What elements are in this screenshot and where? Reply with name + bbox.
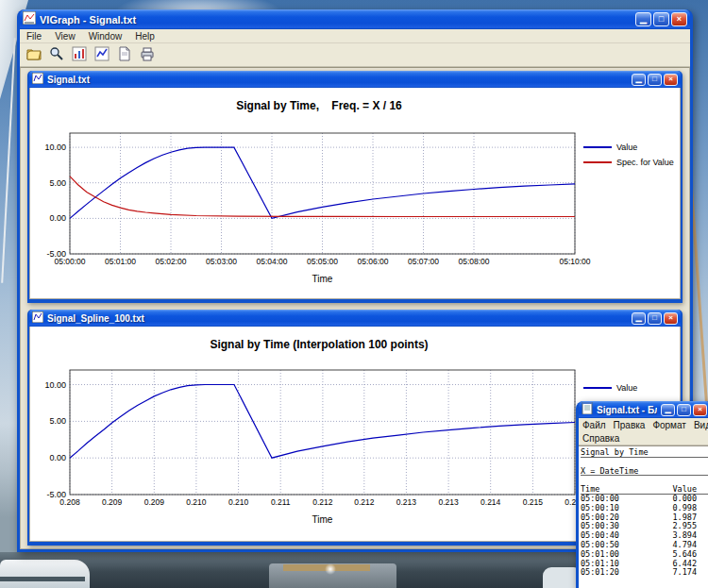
toolbar-print-button[interactable] bbox=[137, 44, 158, 65]
svg-text:0.215: 0.215 bbox=[523, 497, 544, 507]
svg-text:Time: Time bbox=[312, 274, 333, 284]
notepad-icon bbox=[582, 401, 593, 418]
chart-line-icon bbox=[94, 46, 110, 64]
svg-text:5.00: 5.00 bbox=[49, 178, 66, 188]
menu-item-view[interactable]: View bbox=[48, 30, 82, 42]
notepad-menu-item-0-3[interactable]: Вид bbox=[690, 420, 708, 430]
signal-chart-plot: 05:00:0005:01:0005:02:0005:03:0005:04:00… bbox=[30, 88, 682, 299]
svg-text:0.210: 0.210 bbox=[228, 497, 249, 507]
toolbar-chart-bar-button[interactable] bbox=[69, 44, 90, 65]
signal-chart-title: Signal by Time, Freq. = X / 16 bbox=[30, 99, 608, 112]
svg-text:0.00: 0.00 bbox=[49, 213, 66, 223]
notepad-menu-item-1-0[interactable]: Справка bbox=[579, 433, 623, 444]
svg-text:05:08:00: 05:08:00 bbox=[458, 257, 489, 266]
svg-text:10.00: 10.00 bbox=[44, 143, 66, 152]
svg-text:0.211: 0.211 bbox=[271, 497, 291, 507]
svg-text:05:05:00: 05:05:00 bbox=[307, 257, 338, 266]
toolbar-zoom-button[interactable] bbox=[46, 44, 67, 65]
signal-chart-legend: ValueSpec. for Value bbox=[583, 143, 674, 167]
desktop: VIGraph - Signal.txt ▁ □ × FileViewWindo… bbox=[0, 0, 708, 588]
wallpaper-light bbox=[325, 563, 336, 575]
svg-text:05:06:00: 05:06:00 bbox=[357, 257, 388, 266]
main-menubar: FileViewWindowHelp bbox=[20, 29, 690, 43]
svg-text:0.212: 0.212 bbox=[312, 497, 333, 507]
close-button[interactable]: × bbox=[671, 12, 687, 26]
notepad-line: Signal by Time bbox=[581, 448, 708, 458]
legend-item: Spec. for Value bbox=[583, 158, 674, 167]
legend-label: Value bbox=[616, 143, 637, 152]
spline-window-title: Signal_Spline_100.txt bbox=[47, 313, 628, 324]
svg-text:10.00: 10.00 bbox=[44, 380, 66, 390]
svg-text:0.213: 0.213 bbox=[438, 497, 459, 507]
notepad-menubar: ФайлПравкаФорматВид Справка bbox=[579, 418, 708, 445]
open-icon bbox=[26, 46, 42, 64]
svg-text:0.209: 0.209 bbox=[102, 497, 123, 507]
notepad-data-row: 05:01:207.174 bbox=[581, 568, 708, 578]
signal-window-title: Signal.txt bbox=[47, 75, 628, 85]
svg-text:5.00: 5.00 bbox=[49, 416, 66, 426]
chart-bar-icon bbox=[72, 46, 87, 64]
legend-line-swatch bbox=[583, 387, 612, 389]
main-toolbar bbox=[20, 43, 690, 67]
svg-text:05:03:00: 05:03:00 bbox=[206, 257, 237, 266]
spline-minimize-button[interactable]: ▁ bbox=[632, 312, 646, 325]
legend-line-swatch bbox=[583, 161, 612, 163]
svg-text:Time: Time bbox=[312, 514, 333, 525]
signal-close-button[interactable]: × bbox=[664, 74, 678, 86]
spline-maximize-button[interactable]: □ bbox=[648, 312, 662, 325]
svg-text:0.212: 0.212 bbox=[354, 497, 375, 507]
svg-text:05:02:00: 05:02:00 bbox=[155, 257, 186, 266]
legend-label: Value bbox=[616, 383, 637, 393]
new-page-icon bbox=[117, 46, 132, 64]
svg-text:0.209: 0.209 bbox=[144, 497, 165, 507]
svg-text:0.214: 0.214 bbox=[480, 497, 501, 507]
legend-item: Value bbox=[583, 143, 674, 152]
spline-close-button[interactable]: × bbox=[664, 312, 678, 325]
signal-chart-window: Signal.txt ▁ □ × 05:00:0005:01:0005:02:0… bbox=[27, 71, 683, 303]
legend-label: Spec. for Value bbox=[616, 158, 674, 167]
vigraph-window-title: VIGraph - Signal.txt bbox=[40, 14, 632, 25]
spline-chart-legend: Value bbox=[583, 383, 637, 393]
notepad-line: X = DateTime bbox=[581, 467, 708, 477]
spline-chart-title: Signal by Time (Interpolation 100 points… bbox=[30, 338, 608, 351]
legend-item: Value bbox=[583, 383, 637, 393]
toolbar-chart-line-button[interactable] bbox=[92, 44, 112, 65]
svg-text:0.213: 0.213 bbox=[396, 497, 417, 507]
svg-text:05:10:00: 05:10:00 bbox=[559, 257, 590, 266]
chart-doc-icon bbox=[32, 71, 43, 88]
notepad-menu-item-0-2[interactable]: Формат bbox=[649, 420, 690, 430]
notepad-window-title: Signal.txt - Бло... bbox=[597, 405, 657, 415]
chart-doc-icon bbox=[32, 310, 43, 327]
signal-maximize-button[interactable]: □ bbox=[648, 74, 662, 86]
notepad-menu-item-0-0[interactable]: Файл bbox=[579, 420, 610, 430]
notepad-menu-item-0-1[interactable]: Правка bbox=[610, 420, 649, 430]
svg-text:05:07:00: 05:07:00 bbox=[408, 257, 439, 266]
notepad-close-button[interactable]: × bbox=[693, 404, 707, 416]
wallpaper-boat-stripe bbox=[0, 577, 85, 581]
menu-item-file[interactable]: File bbox=[20, 30, 48, 42]
vigraph-app-icon bbox=[23, 11, 36, 28]
notepad-maximize-button[interactable]: □ bbox=[677, 404, 691, 416]
wallpaper-boat bbox=[0, 560, 90, 588]
signal-minimize-button[interactable]: ▁ bbox=[632, 74, 646, 86]
signal-window-titlebar[interactable]: Signal.txt ▁ □ × bbox=[29, 71, 681, 88]
minimize-button[interactable]: ▁ bbox=[635, 12, 651, 26]
svg-text:05:01:00: 05:01:00 bbox=[105, 257, 136, 266]
svg-text:-5.00: -5.00 bbox=[46, 490, 66, 499]
toolbar-new-page-button[interactable] bbox=[114, 44, 135, 65]
svg-text:0.210: 0.210 bbox=[186, 497, 207, 507]
notepad-window: Signal.txt - Бло... ▁ □ × ФайлПравкаФорм… bbox=[576, 401, 708, 588]
notepad-minimize-button[interactable]: ▁ bbox=[661, 404, 675, 416]
toolbar-open-button[interactable] bbox=[24, 44, 44, 65]
vigraph-titlebar[interactable]: VIGraph - Signal.txt ▁ □ × bbox=[20, 9, 690, 29]
svg-text:05:04:00: 05:04:00 bbox=[256, 257, 287, 266]
legend-line-swatch bbox=[583, 146, 612, 148]
menu-item-help[interactable]: Help bbox=[128, 30, 161, 42]
menu-item-window[interactable]: Window bbox=[82, 30, 129, 42]
svg-text:-5.00: -5.00 bbox=[46, 249, 66, 259]
print-icon bbox=[140, 46, 155, 64]
notepad-text-area[interactable]: Signal by Time X = DateTime TimeValue05:… bbox=[579, 445, 708, 588]
notepad-titlebar[interactable]: Signal.txt - Бло... ▁ □ × bbox=[579, 401, 708, 418]
spline-window-titlebar[interactable]: Signal_Spline_100.txt ▁ □ × bbox=[29, 310, 681, 327]
maximize-button[interactable]: □ bbox=[653, 12, 669, 26]
